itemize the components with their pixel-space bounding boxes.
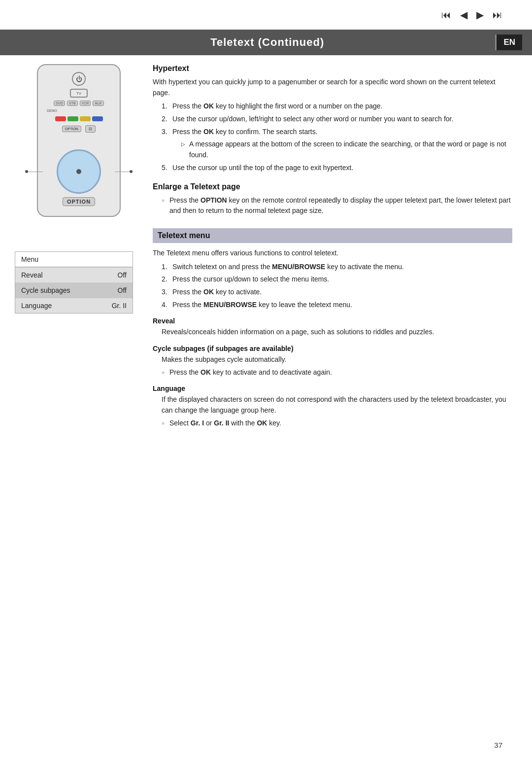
dpad-left-line [28, 172, 43, 172]
tv-button: TV [70, 89, 88, 98]
enlarge-text: Press the OPTION key on the remote contr… [162, 195, 512, 216]
tv-label: TV [76, 91, 81, 96]
hypertext-step-4: Use the cursor up until the top of the p… [162, 163, 512, 174]
dpad-circle: OPTION [57, 149, 101, 194]
menu-table: Menu Reveal Off Cycle subpages Off Langu… [15, 251, 133, 314]
option-label: OPTION [63, 197, 95, 206]
menu-header-cell: Menu [15, 252, 133, 267]
power-button: ⏻ [72, 72, 86, 86]
top-nav: ⏮ ◀ ▶ ⏭ [441, 9, 502, 21]
header-bar: Teletext (Continued) EN [0, 30, 532, 55]
power-icon: ⏻ [76, 75, 82, 83]
hypertext-sub-list: A message appears at the bottom of the s… [181, 139, 512, 160]
red-button [55, 116, 66, 121]
cycle-heading: Cycle subpages (if subpages are availabl… [153, 345, 512, 352]
hypertext-steps: Press the OK key to highlight the first … [162, 101, 512, 173]
hypertext-step-1: Press the OK key to highlight the first … [162, 101, 512, 112]
stb-button: STB [67, 101, 78, 106]
teletext-menu-intro: The Teletext menu offers various functio… [153, 248, 512, 259]
cycle-value: Off [103, 283, 133, 298]
hypertext-heading: Hypertext [153, 64, 512, 73]
menu-step-4: Press the MENU/BROWSE key to leave the t… [162, 300, 512, 311]
hypertext-step-3: Press the OK key to confirm. The search … [162, 127, 512, 161]
next-end-icon: ⏭ [493, 9, 502, 21]
menu-row-cycle: Cycle subpages Off [15, 283, 133, 298]
teletext-menu-steps: Switch teletext on and press the MENU/BR… [162, 262, 512, 311]
language-heading: Language [153, 384, 512, 392]
aux-button: AUX [93, 101, 103, 106]
prev-start-icon: ⏮ [441, 9, 451, 21]
menu-step-2: Press the cursor up/down to select the m… [162, 274, 512, 285]
cycle-text1: Makes the subpages cycle automatically. [162, 354, 512, 365]
dpad-area: OPTION [43, 140, 115, 204]
hypertext-sub-step: A message appears at the bottom of the s… [181, 139, 512, 160]
language-bullet-list: Select Gr. I or Gr. II with the OK key. [162, 418, 512, 429]
prev-icon: ◀ [460, 9, 467, 21]
subtitle-button: ⊡ [85, 125, 96, 133]
language-bullet: Select Gr. I or Gr. II with the OK key. [162, 418, 512, 429]
left-column: ⏻ TV DVD STB VCR AUX DEMO OPTION ⊡ OPT [15, 64, 143, 217]
remote-illustration: ⏻ TV DVD STB VCR AUX DEMO OPTION ⊡ OPT [37, 64, 121, 217]
enlarge-heading: Enlarge a Teletext page [153, 182, 512, 191]
vcr-button: VCR [80, 101, 91, 106]
option-small-button: OPTION [62, 126, 81, 132]
cycle-label: Cycle subpages [15, 283, 103, 298]
hypertext-step-2: Use the cursor up/down, left/right to se… [162, 114, 512, 125]
right-column: Hypertext With hypertext you can quickly… [153, 64, 512, 430]
menu-table-header-row: Menu [15, 252, 133, 268]
demo-label: DEMO [47, 109, 57, 112]
reveal-heading: Reveal [153, 317, 512, 325]
source-row: DVD STB VCR AUX [54, 101, 104, 106]
lang-badge: EN [495, 35, 522, 50]
dpad-right-line [115, 172, 130, 172]
dpad-dot-right [130, 170, 133, 173]
reveal-text: Reveals/conceals hidden information on a… [162, 327, 512, 338]
menu-step-1: Switch teletext on and press the MENU/BR… [162, 262, 512, 273]
yellow-button [80, 116, 91, 121]
language-label: Language [15, 298, 103, 313]
page-number: 37 [494, 741, 502, 749]
dvd-button: DVD [54, 101, 65, 106]
reveal-value: Off [103, 268, 133, 282]
enlarge-list: Press the OPTION key on the remote contr… [162, 195, 512, 216]
language-value: Gr. II [103, 298, 133, 313]
reveal-label: Reveal [15, 268, 103, 282]
menu-step-3: Press the OK key to activate. [162, 287, 512, 298]
cycle-bullet: Press the OK key to activate and to deac… [162, 367, 512, 378]
cycle-bullet-list: Press the OK key to activate and to deac… [162, 367, 512, 378]
menu-row-language: Language Gr. II [15, 298, 133, 313]
green-button [67, 116, 78, 121]
option-row: OPTION ⊡ [62, 125, 96, 133]
dpad-center [76, 169, 81, 174]
hypertext-intro: With hypertext you can quickly jump to a… [153, 77, 512, 98]
teletext-menu-heading: Teletext menu [153, 228, 512, 243]
color-buttons [55, 116, 103, 121]
menu-row-reveal: Reveal Off [15, 268, 133, 283]
next-icon: ▶ [476, 9, 484, 21]
blue-button [92, 116, 103, 121]
page-title: Teletext (Continued) [39, 36, 495, 49]
language-text: If the displayed characters on screen do… [162, 394, 512, 416]
